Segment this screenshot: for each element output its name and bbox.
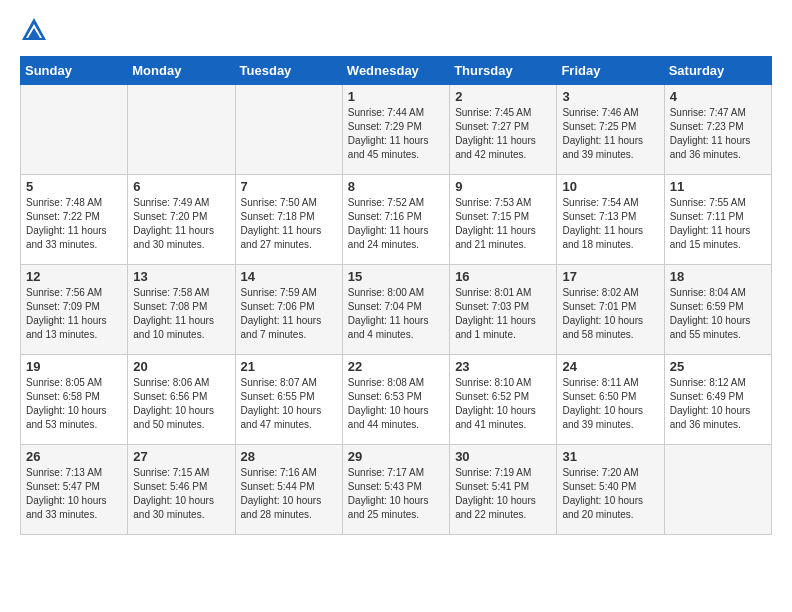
- calendar-cell: 18Sunrise: 8:04 AM Sunset: 6:59 PM Dayli…: [664, 265, 771, 355]
- calendar-cell: 17Sunrise: 8:02 AM Sunset: 7:01 PM Dayli…: [557, 265, 664, 355]
- logo-icon: [20, 16, 48, 44]
- day-number: 20: [133, 359, 229, 374]
- day-number: 14: [241, 269, 337, 284]
- day-number: 28: [241, 449, 337, 464]
- day-info: Sunrise: 8:04 AM Sunset: 6:59 PM Dayligh…: [670, 286, 766, 342]
- calendar-cell: 29Sunrise: 7:17 AM Sunset: 5:43 PM Dayli…: [342, 445, 449, 535]
- day-number: 23: [455, 359, 551, 374]
- calendar-cell: 23Sunrise: 8:10 AM Sunset: 6:52 PM Dayli…: [450, 355, 557, 445]
- weekday-header: Sunday: [21, 57, 128, 85]
- day-number: 22: [348, 359, 444, 374]
- calendar-cell: 3Sunrise: 7:46 AM Sunset: 7:25 PM Daylig…: [557, 85, 664, 175]
- day-number: 16: [455, 269, 551, 284]
- day-info: Sunrise: 7:13 AM Sunset: 5:47 PM Dayligh…: [26, 466, 122, 522]
- day-number: 25: [670, 359, 766, 374]
- day-info: Sunrise: 7:44 AM Sunset: 7:29 PM Dayligh…: [348, 106, 444, 162]
- day-info: Sunrise: 7:15 AM Sunset: 5:46 PM Dayligh…: [133, 466, 229, 522]
- day-number: 17: [562, 269, 658, 284]
- calendar-cell: 15Sunrise: 8:00 AM Sunset: 7:04 PM Dayli…: [342, 265, 449, 355]
- day-info: Sunrise: 7:46 AM Sunset: 7:25 PM Dayligh…: [562, 106, 658, 162]
- day-number: 5: [26, 179, 122, 194]
- weekday-header: Monday: [128, 57, 235, 85]
- day-number: 2: [455, 89, 551, 104]
- calendar-cell: 19Sunrise: 8:05 AM Sunset: 6:58 PM Dayli…: [21, 355, 128, 445]
- calendar-cell: 14Sunrise: 7:59 AM Sunset: 7:06 PM Dayli…: [235, 265, 342, 355]
- calendar-cell: 26Sunrise: 7:13 AM Sunset: 5:47 PM Dayli…: [21, 445, 128, 535]
- calendar-cell: 7Sunrise: 7:50 AM Sunset: 7:18 PM Daylig…: [235, 175, 342, 265]
- day-number: 11: [670, 179, 766, 194]
- day-info: Sunrise: 8:07 AM Sunset: 6:55 PM Dayligh…: [241, 376, 337, 432]
- weekday-header: Tuesday: [235, 57, 342, 85]
- day-number: 26: [26, 449, 122, 464]
- calendar-cell: 31Sunrise: 7:20 AM Sunset: 5:40 PM Dayli…: [557, 445, 664, 535]
- weekday-header: Wednesday: [342, 57, 449, 85]
- calendar-cell: 20Sunrise: 8:06 AM Sunset: 6:56 PM Dayli…: [128, 355, 235, 445]
- calendar-cell: 28Sunrise: 7:16 AM Sunset: 5:44 PM Dayli…: [235, 445, 342, 535]
- calendar-cell: 4Sunrise: 7:47 AM Sunset: 7:23 PM Daylig…: [664, 85, 771, 175]
- calendar-week-row: 1Sunrise: 7:44 AM Sunset: 7:29 PM Daylig…: [21, 85, 772, 175]
- day-number: 21: [241, 359, 337, 374]
- day-info: Sunrise: 7:50 AM Sunset: 7:18 PM Dayligh…: [241, 196, 337, 252]
- day-info: Sunrise: 7:52 AM Sunset: 7:16 PM Dayligh…: [348, 196, 444, 252]
- day-info: Sunrise: 7:20 AM Sunset: 5:40 PM Dayligh…: [562, 466, 658, 522]
- day-number: 10: [562, 179, 658, 194]
- calendar-week-row: 26Sunrise: 7:13 AM Sunset: 5:47 PM Dayli…: [21, 445, 772, 535]
- day-info: Sunrise: 7:56 AM Sunset: 7:09 PM Dayligh…: [26, 286, 122, 342]
- calendar-cell: [21, 85, 128, 175]
- day-info: Sunrise: 7:17 AM Sunset: 5:43 PM Dayligh…: [348, 466, 444, 522]
- day-number: 3: [562, 89, 658, 104]
- calendar-cell: 13Sunrise: 7:58 AM Sunset: 7:08 PM Dayli…: [128, 265, 235, 355]
- day-number: 19: [26, 359, 122, 374]
- day-number: 13: [133, 269, 229, 284]
- day-info: Sunrise: 7:59 AM Sunset: 7:06 PM Dayligh…: [241, 286, 337, 342]
- day-info: Sunrise: 7:45 AM Sunset: 7:27 PM Dayligh…: [455, 106, 551, 162]
- calendar-cell: 24Sunrise: 8:11 AM Sunset: 6:50 PM Dayli…: [557, 355, 664, 445]
- calendar-week-row: 5Sunrise: 7:48 AM Sunset: 7:22 PM Daylig…: [21, 175, 772, 265]
- day-info: Sunrise: 7:49 AM Sunset: 7:20 PM Dayligh…: [133, 196, 229, 252]
- day-number: 30: [455, 449, 551, 464]
- weekday-header: Thursday: [450, 57, 557, 85]
- weekday-header: Friday: [557, 57, 664, 85]
- calendar-cell: 27Sunrise: 7:15 AM Sunset: 5:46 PM Dayli…: [128, 445, 235, 535]
- day-info: Sunrise: 7:48 AM Sunset: 7:22 PM Dayligh…: [26, 196, 122, 252]
- calendar-cell: 30Sunrise: 7:19 AM Sunset: 5:41 PM Dayli…: [450, 445, 557, 535]
- day-info: Sunrise: 8:08 AM Sunset: 6:53 PM Dayligh…: [348, 376, 444, 432]
- day-info: Sunrise: 8:00 AM Sunset: 7:04 PM Dayligh…: [348, 286, 444, 342]
- calendar-cell: 25Sunrise: 8:12 AM Sunset: 6:49 PM Dayli…: [664, 355, 771, 445]
- calendar-cell: 12Sunrise: 7:56 AM Sunset: 7:09 PM Dayli…: [21, 265, 128, 355]
- calendar-cell: 5Sunrise: 7:48 AM Sunset: 7:22 PM Daylig…: [21, 175, 128, 265]
- calendar-week-row: 19Sunrise: 8:05 AM Sunset: 6:58 PM Dayli…: [21, 355, 772, 445]
- day-number: 31: [562, 449, 658, 464]
- weekday-header: Saturday: [664, 57, 771, 85]
- calendar-week-row: 12Sunrise: 7:56 AM Sunset: 7:09 PM Dayli…: [21, 265, 772, 355]
- day-number: 12: [26, 269, 122, 284]
- day-number: 8: [348, 179, 444, 194]
- day-info: Sunrise: 7:54 AM Sunset: 7:13 PM Dayligh…: [562, 196, 658, 252]
- day-info: Sunrise: 7:16 AM Sunset: 5:44 PM Dayligh…: [241, 466, 337, 522]
- calendar-page: SundayMondayTuesdayWednesdayThursdayFrid…: [0, 0, 792, 551]
- day-number: 27: [133, 449, 229, 464]
- header: [20, 16, 772, 44]
- calendar-cell: 6Sunrise: 7:49 AM Sunset: 7:20 PM Daylig…: [128, 175, 235, 265]
- calendar-cell: [235, 85, 342, 175]
- calendar-cell: 1Sunrise: 7:44 AM Sunset: 7:29 PM Daylig…: [342, 85, 449, 175]
- day-info: Sunrise: 8:06 AM Sunset: 6:56 PM Dayligh…: [133, 376, 229, 432]
- day-info: Sunrise: 8:10 AM Sunset: 6:52 PM Dayligh…: [455, 376, 551, 432]
- day-info: Sunrise: 7:58 AM Sunset: 7:08 PM Dayligh…: [133, 286, 229, 342]
- day-info: Sunrise: 8:12 AM Sunset: 6:49 PM Dayligh…: [670, 376, 766, 432]
- calendar-cell: 22Sunrise: 8:08 AM Sunset: 6:53 PM Dayli…: [342, 355, 449, 445]
- day-number: 24: [562, 359, 658, 374]
- day-number: 18: [670, 269, 766, 284]
- calendar-cell: 16Sunrise: 8:01 AM Sunset: 7:03 PM Dayli…: [450, 265, 557, 355]
- day-info: Sunrise: 7:47 AM Sunset: 7:23 PM Dayligh…: [670, 106, 766, 162]
- calendar-cell: [128, 85, 235, 175]
- day-info: Sunrise: 7:19 AM Sunset: 5:41 PM Dayligh…: [455, 466, 551, 522]
- day-number: 15: [348, 269, 444, 284]
- calendar-cell: 9Sunrise: 7:53 AM Sunset: 7:15 PM Daylig…: [450, 175, 557, 265]
- day-info: Sunrise: 7:53 AM Sunset: 7:15 PM Dayligh…: [455, 196, 551, 252]
- day-number: 1: [348, 89, 444, 104]
- day-number: 29: [348, 449, 444, 464]
- day-info: Sunrise: 8:01 AM Sunset: 7:03 PM Dayligh…: [455, 286, 551, 342]
- logo: [20, 16, 52, 44]
- day-info: Sunrise: 7:55 AM Sunset: 7:11 PM Dayligh…: [670, 196, 766, 252]
